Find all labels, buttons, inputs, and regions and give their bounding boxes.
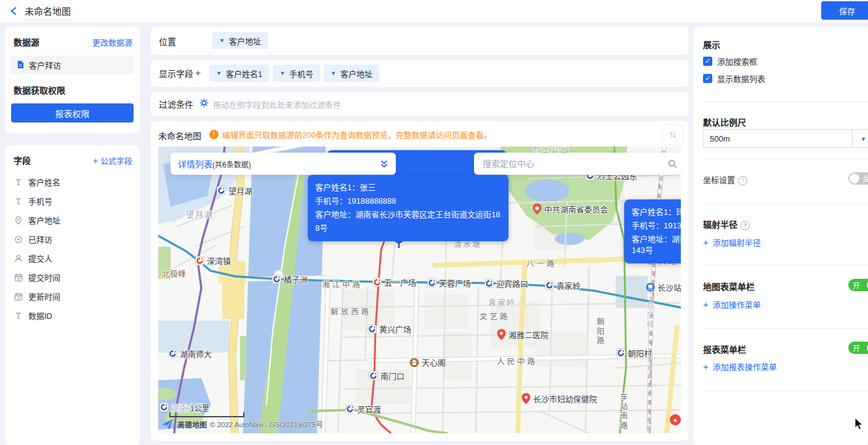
datasource-title: 数据源 [14, 36, 39, 48]
checkbox-checked-icon[interactable]: ✓ [703, 74, 712, 83]
field-item[interactable]: 客户地址 [5, 210, 140, 230]
fields-panel: 字段 + 公式字段 客户姓名手机号客户地址已拜访提交人提交时间更新时间数据ID [5, 145, 140, 445]
metro-red-icon [195, 256, 204, 265]
map-label-metro-blue: 朝阳村 [616, 347, 652, 359]
report-permission-button[interactable]: 报表权限 [11, 103, 134, 122]
field-item[interactable]: 更新时间 [5, 287, 140, 306]
map-preview-card: 未命名地图 ! 编辑界面只取数据源前200条作为查询数据预览，完整数据请访问页面… [151, 121, 688, 441]
report-menu-toggle[interactable]: 开 [848, 342, 868, 354]
chevron-double-down-icon[interactable] [380, 159, 388, 169]
back-icon[interactable] [10, 6, 18, 16]
add-formula-field-link[interactable]: + 公式字段 [93, 154, 132, 166]
map-label-metro-red: 溁湾镇 [195, 255, 231, 267]
metro-blue-icon [217, 186, 226, 195]
map-search-box[interactable] [474, 153, 681, 175]
scale-select[interactable]: 500m ▼ [703, 129, 868, 148]
location-field-tag[interactable]: ▼客户地址 [212, 32, 268, 49]
checkbox-row[interactable]: ✓显示数据列表 [703, 73, 765, 84]
permission-title: 数据获取权限 [5, 74, 140, 96]
scale-bar [169, 413, 244, 417]
filter-placeholder: 拖动左侧字段到此处来添加过滤条件 [213, 98, 341, 110]
field-item[interactable]: 已拜访 [5, 230, 140, 249]
text-field-icon [14, 178, 23, 186]
checkbox-checked-icon[interactable]: ✓ [703, 57, 712, 66]
search-input[interactable] [481, 158, 668, 169]
divider [703, 391, 868, 391]
location-label: 位置 [159, 35, 176, 47]
document-icon [16, 60, 25, 69]
tooltip-line: 手机号：19188888888 [315, 194, 501, 208]
warning-icon: ! [209, 130, 219, 139]
add-display-field-button[interactable]: + [195, 68, 201, 79]
filter-row: 过滤条件 拖动左侧字段到此处来添加过滤条件 [151, 92, 688, 116]
field-item[interactable]: 手机号 [5, 191, 140, 210]
attribution-brand: 高德地图 [177, 419, 207, 430]
sort-icon[interactable] [662, 124, 683, 145]
help-icon[interactable]: ? [741, 221, 750, 230]
preview-warning: ! 编辑界面只取数据源前200条作为查询数据预览，完整数据请访问页面查看。 [209, 129, 492, 140]
field-item-label: 手机号 [28, 195, 52, 207]
datasource-panel: 数据源 更改数据源 客户拜访 数据获取权限 报表权限 [5, 27, 140, 133]
svg-text:★: ★ [673, 417, 678, 423]
display-fields-row: 显示字段 + ▼客户姓名1▼手机号▼客户地址 [151, 60, 688, 87]
poi-hospital-icon [521, 393, 531, 404]
amap-logo-icon [161, 417, 174, 431]
map-label-road: 八一路 [526, 257, 557, 269]
metro-blue-icon [168, 349, 177, 358]
checkbox-row[interactable]: ✓添加搜索框 [703, 55, 757, 67]
page-title[interactable]: 未命名地图 [25, 4, 71, 20]
top-bar: 未命名地图 保存 [0, 0, 868, 22]
field-item[interactable]: 提交人 [5, 249, 140, 268]
help-icon[interactable]: ? [738, 176, 747, 185]
map-label-road-v-dim: 京广线 [645, 302, 655, 329]
datasource-item[interactable]: 客户拜访 [11, 55, 134, 74]
field-item[interactable]: 提交时间 [5, 268, 140, 287]
detail-list-label: 详情列表 [178, 158, 212, 170]
calendar-icon [14, 292, 23, 301]
metro-blue-icon [484, 279, 494, 288]
add-report-menu-link[interactable]: +添加报表操作菜单 [703, 361, 777, 372]
map-label-metro-blue: 袁家岭 [545, 279, 581, 291]
metro-blue-icon [616, 348, 625, 358]
caret-down-icon: ▼ [279, 71, 285, 76]
field-item-label: 更新时间 [28, 291, 60, 302]
divider [703, 328, 868, 329]
divider [703, 102, 868, 102]
field-item[interactable]: 客户姓名 [5, 172, 140, 191]
scale-select-value: 500m [710, 134, 730, 143]
map-canvas[interactable]: ★ 烈士公园烈士公园东★中共湖南省委员会望月湖望月湖清水塘八一路远大路溁湾镇北极… [158, 146, 681, 433]
search-icon[interactable] [668, 159, 677, 169]
filter-label: 过滤条件 [159, 98, 193, 110]
display-fields-label: 显示字段 [159, 67, 193, 79]
gear-icon[interactable] [199, 98, 209, 110]
field-list: 客户姓名手机号客户地址已拜访提交人提交时间更新时间数据ID [5, 172, 140, 325]
change-datasource-link[interactable]: 更改数据源 [92, 36, 132, 48]
display-field-tag[interactable]: ▼客户姓名1 [209, 65, 269, 82]
save-button[interactable]: 保存 [821, 1, 868, 20]
map-label-road: 人民中路 [497, 355, 537, 367]
settings-panel: 展示 ✓添加搜索框✓显示数据列表 默认比例尺 500m ▼ 坐标设置? 关 辐射… [693, 27, 868, 445]
metro-red-icon [372, 278, 382, 287]
field-item[interactable]: 数据ID [5, 306, 140, 325]
display-field-tag[interactable]: ▼手机号 [273, 65, 320, 82]
map-label-poi-star: ★中共湖南省委员会 [532, 203, 608, 215]
map-label-road-v: 车站南路 [617, 393, 629, 431]
detail-list-count: (共6条数据) [212, 159, 251, 169]
map-attribution: 高德地图 © 2022 AutoNavi - GS(2021)6375号 [161, 417, 323, 431]
map-label-poi-brown: 天心阁 [409, 356, 446, 368]
map-card-title: 未命名地图 [158, 129, 201, 142]
metro-blue-icon [368, 324, 377, 334]
map-tooltip-zhangsan: 客户姓名1：张三手机号：19188888888客户地址：湖南省长沙市芙蓉区定王台… [308, 175, 508, 241]
map-label-road: 湘江中路 [322, 278, 363, 290]
detail-list-panel[interactable]: 详情列表 (共6条数据) [171, 153, 396, 175]
map-menu-toggle[interactable]: 开 [848, 279, 868, 291]
display-field-tag[interactable]: ▼客户地址 [324, 65, 379, 82]
coord-setting-toggle[interactable]: 关 [848, 172, 868, 185]
add-radius-link[interactable]: +添加辐射半径 [703, 236, 761, 248]
attribution-text: © 2022 AutoNavi - GS(2021)6375号 [210, 419, 323, 429]
map-label-area-brown: 北极峰 [162, 267, 186, 279]
station-icon [646, 283, 655, 292]
add-map-menu-link[interactable]: +添加操作菜单 [703, 299, 761, 310]
calendar-icon [14, 273, 23, 282]
field-item-label: 已拜访 [28, 233, 52, 245]
